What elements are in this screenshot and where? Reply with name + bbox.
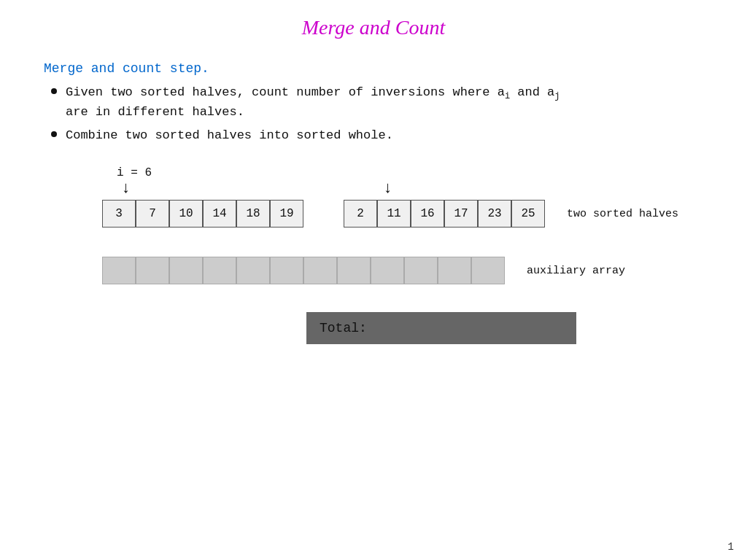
right-cell-1: 11 bbox=[377, 200, 411, 228]
left-cell-5: 19 bbox=[270, 200, 303, 228]
bullet-text-1: Given two sorted halves, count number of… bbox=[66, 83, 747, 122]
list-item-2: Combine two sorted halves into sorted wh… bbox=[51, 126, 747, 145]
left-arrow-icon: ↓ bbox=[121, 181, 131, 197]
right-cell-2: 16 bbox=[411, 200, 444, 228]
left-array: 3 7 10 14 18 19 bbox=[102, 200, 303, 228]
total-text: Total: bbox=[320, 321, 367, 335]
bullet-dot-1 bbox=[51, 88, 57, 94]
total-bar: Total: bbox=[306, 312, 576, 344]
right-cell-4: 23 bbox=[478, 200, 511, 228]
aux-row: auxiliary array bbox=[102, 257, 747, 284]
aux-cell-6 bbox=[303, 257, 337, 284]
left-cell-2: 10 bbox=[169, 200, 203, 228]
section-heading: Merge and count step. bbox=[44, 61, 747, 76]
main-content: Merge and count step. Given two sorted h… bbox=[0, 47, 747, 344]
subscript-j: j bbox=[554, 91, 560, 101]
bullet-list: Given two sorted halves, count number of… bbox=[44, 83, 747, 144]
arrays-label: two sorted halves bbox=[567, 208, 678, 220]
right-cell-0: 2 bbox=[344, 200, 377, 228]
aux-cell-1 bbox=[136, 257, 169, 284]
bullet-text-2: Combine two sorted halves into sorted wh… bbox=[66, 126, 747, 145]
page-title: Merge and Count bbox=[0, 0, 747, 47]
aux-cell-3 bbox=[203, 257, 236, 284]
aux-cell-8 bbox=[371, 257, 404, 284]
aux-cell-4 bbox=[236, 257, 270, 284]
left-cell-3: 14 bbox=[203, 200, 236, 228]
aux-cell-5 bbox=[270, 257, 303, 284]
page-number: 1 bbox=[728, 541, 734, 553]
aux-cell-2 bbox=[169, 257, 203, 284]
subscript-i: i bbox=[505, 91, 510, 101]
arrays-row: 3 7 10 14 18 19 2 11 16 17 23 25 two sor… bbox=[102, 200, 747, 228]
aux-cell-11 bbox=[471, 257, 505, 284]
left-cell-4: 18 bbox=[236, 200, 270, 228]
aux-cell-7 bbox=[337, 257, 371, 284]
right-array: 2 11 16 17 23 25 bbox=[344, 200, 545, 228]
right-cell-3: 17 bbox=[444, 200, 478, 228]
right-cell-5: 25 bbox=[511, 200, 545, 228]
list-item-1: Given two sorted halves, count number of… bbox=[51, 83, 747, 122]
diagram-area: i = 6 ↓ ↓ 3 7 10 14 18 19 2 11 16 17 bbox=[44, 166, 747, 344]
right-arrow-icon: ↓ bbox=[383, 181, 392, 197]
left-cell-0: 3 bbox=[102, 200, 136, 228]
aux-cell-9 bbox=[404, 257, 438, 284]
bullet-dot-2 bbox=[51, 131, 57, 137]
arrows-container: ↓ ↓ bbox=[102, 181, 635, 200]
aux-label: auxiliary array bbox=[527, 265, 625, 277]
aux-cell-0 bbox=[102, 257, 136, 284]
left-cell-1: 7 bbox=[136, 200, 169, 228]
i-label: i = 6 bbox=[117, 166, 747, 179]
aux-array bbox=[102, 257, 505, 284]
aux-cell-10 bbox=[438, 257, 471, 284]
